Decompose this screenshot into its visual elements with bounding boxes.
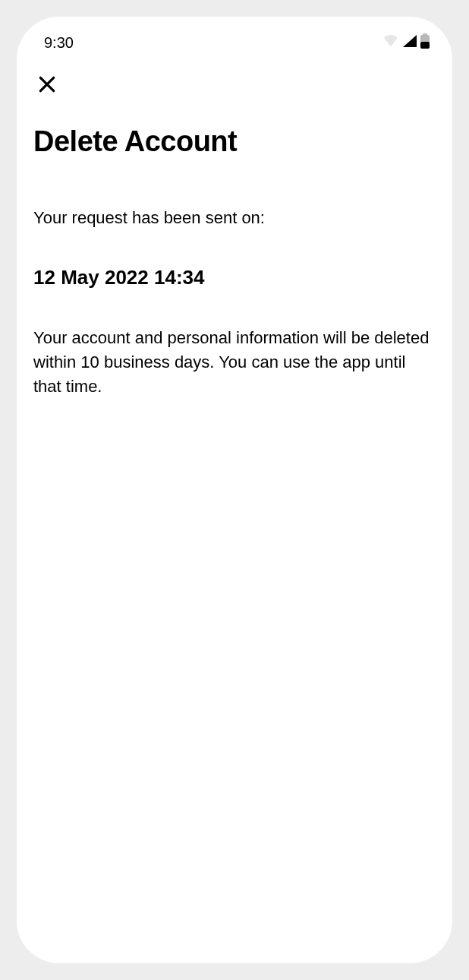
content: Delete Account Your request has been sen… (17, 103, 452, 399)
request-timestamp: 12 May 2022 14:34 (33, 266, 436, 289)
wifi-icon (382, 34, 399, 51)
close-button[interactable] (35, 73, 59, 97)
cellular-icon (402, 34, 417, 51)
status-time: 9:30 (44, 34, 74, 52)
page-title: Delete Account (33, 125, 436, 160)
intro-text: Your request has been sent on: (33, 207, 436, 230)
top-bar (17, 59, 452, 103)
device-frame: 9:30 (17, 17, 452, 963)
status-icons (382, 33, 430, 52)
svg-rect-2 (420, 42, 430, 49)
status-bar: 9:30 (17, 17, 452, 59)
svg-rect-0 (423, 33, 427, 35)
body-text: Your account and personal information wi… (33, 326, 436, 399)
close-icon (37, 74, 57, 96)
battery-icon (420, 33, 430, 52)
